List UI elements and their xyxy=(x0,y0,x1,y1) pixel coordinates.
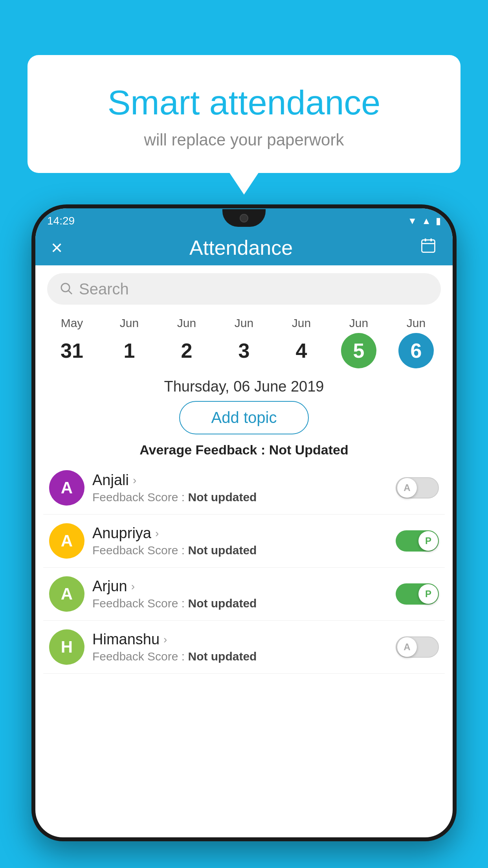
signal-icon: ▲ xyxy=(422,215,431,226)
cal-day-number[interactable]: 2 xyxy=(169,333,204,368)
student-feedback-score: Feedback Score : Not updated xyxy=(92,544,388,557)
cal-month-label: Jun xyxy=(120,316,139,330)
chevron-right-icon: › xyxy=(163,633,167,646)
chevron-right-icon: › xyxy=(131,580,135,593)
cal-day-number[interactable]: 3 xyxy=(226,333,262,368)
cal-day[interactable]: Jun6 xyxy=(393,316,440,368)
cal-month-label: Jun xyxy=(235,316,253,330)
phone-notch xyxy=(222,209,266,227)
student-item: AAnjali ›Feedback Score : Not updatedA xyxy=(43,462,445,515)
svg-point-4 xyxy=(61,283,70,292)
toggle-knob: P xyxy=(418,531,438,551)
student-avatar: A xyxy=(49,523,84,559)
attendance-toggle[interactable]: P xyxy=(396,583,439,605)
bubble-subtitle: will replace your paperwork xyxy=(51,131,437,149)
toggle-switch[interactable]: A xyxy=(396,477,439,498)
attendance-toggle[interactable]: P xyxy=(396,530,439,552)
speech-bubble-container: Smart attendance will replace your paper… xyxy=(28,55,460,173)
student-info: Anjali ›Feedback Score : Not updated xyxy=(92,472,388,504)
close-button[interactable]: × xyxy=(51,236,62,259)
bubble-title: Smart attendance xyxy=(51,83,437,123)
attendance-toggle[interactable]: A xyxy=(396,636,439,658)
toggle-knob: A xyxy=(397,637,417,657)
cal-day[interactable]: Jun3 xyxy=(220,316,268,368)
speech-bubble: Smart attendance will replace your paper… xyxy=(28,55,460,173)
cal-day[interactable]: Jun4 xyxy=(278,316,325,368)
search-bar[interactable]: Search xyxy=(47,273,441,305)
chevron-right-icon: › xyxy=(133,474,136,487)
cal-day[interactable]: May31 xyxy=(48,316,95,368)
battery-icon: ▮ xyxy=(436,215,441,226)
phone-status-icons: ▼ ▲ ▮ xyxy=(407,215,441,226)
wifi-icon: ▼ xyxy=(407,215,417,226)
cal-day-number[interactable]: 4 xyxy=(284,333,319,368)
avg-feedback: Average Feedback : Not Updated xyxy=(35,442,453,458)
student-feedback-score: Feedback Score : Not updated xyxy=(92,491,388,504)
cal-day[interactable]: Jun2 xyxy=(163,316,210,368)
student-item: HHimanshu ›Feedback Score : Not updatedA xyxy=(43,621,445,674)
student-name[interactable]: Arjun › xyxy=(92,578,388,595)
student-name[interactable]: Himanshu › xyxy=(92,631,388,648)
phone-frame: 14:29 ▼ ▲ ▮ × Attendance xyxy=(31,204,457,868)
phone-camera xyxy=(240,214,248,223)
cal-month-label: Jun xyxy=(407,316,426,330)
selected-date-label: Thursday, 06 June 2019 xyxy=(35,378,453,395)
student-avatar: H xyxy=(49,629,84,665)
calendar-strip: May31Jun1Jun2Jun3Jun4Jun5Jun6 xyxy=(35,313,453,368)
cal-month-label: Jun xyxy=(177,316,196,330)
cal-day-number[interactable]: 5 xyxy=(341,333,376,368)
svg-rect-0 xyxy=(422,240,435,252)
student-name[interactable]: Anupriya › xyxy=(92,525,388,542)
header-title: Attendance xyxy=(189,236,293,259)
svg-line-5 xyxy=(69,291,72,294)
chevron-right-icon: › xyxy=(155,527,159,540)
student-avatar: A xyxy=(49,576,84,612)
search-icon xyxy=(59,281,73,297)
cal-month-label: Jun xyxy=(349,316,368,330)
student-info: Anupriya ›Feedback Score : Not updated xyxy=(92,525,388,557)
student-item: AAnupriya ›Feedback Score : Not updatedP xyxy=(43,515,445,568)
cal-day-number[interactable]: 6 xyxy=(398,333,434,368)
student-feedback-score: Feedback Score : Not updated xyxy=(92,597,388,610)
phone-outer: 14:29 ▼ ▲ ▮ × Attendance xyxy=(31,204,457,841)
toggle-switch[interactable]: A xyxy=(396,636,439,658)
student-name[interactable]: Anjali › xyxy=(92,472,388,489)
cal-day[interactable]: Jun5 xyxy=(335,316,382,368)
toggle-switch[interactable]: P xyxy=(396,530,439,552)
add-topic-button[interactable]: Add topic xyxy=(179,401,309,434)
toggle-knob: A xyxy=(397,478,417,498)
toggle-switch[interactable]: P xyxy=(396,583,439,605)
student-info: Arjun ›Feedback Score : Not updated xyxy=(92,578,388,610)
student-avatar: A xyxy=(49,470,84,506)
cal-month-label: May xyxy=(61,316,83,330)
phone-screen: × Attendance xyxy=(35,208,453,837)
search-input[interactable]: Search xyxy=(79,280,129,298)
toggle-knob: P xyxy=(418,584,438,604)
student-item: AArjun ›Feedback Score : Not updatedP xyxy=(43,568,445,621)
cal-day-number[interactable]: 31 xyxy=(54,333,90,368)
student-feedback-score: Feedback Score : Not updated xyxy=(92,650,388,663)
calendar-icon[interactable] xyxy=(420,237,437,258)
student-info: Himanshu ›Feedback Score : Not updated xyxy=(92,631,388,663)
phone-time: 14:29 xyxy=(47,215,75,227)
cal-day-number[interactable]: 1 xyxy=(112,333,147,368)
phone-top-bar: 14:29 ▼ ▲ ▮ xyxy=(39,209,449,233)
attendance-toggle[interactable]: A xyxy=(396,477,439,498)
student-list: AAnjali ›Feedback Score : Not updatedAAA… xyxy=(35,462,453,674)
cal-day[interactable]: Jun1 xyxy=(106,316,153,368)
cal-month-label: Jun xyxy=(292,316,311,330)
